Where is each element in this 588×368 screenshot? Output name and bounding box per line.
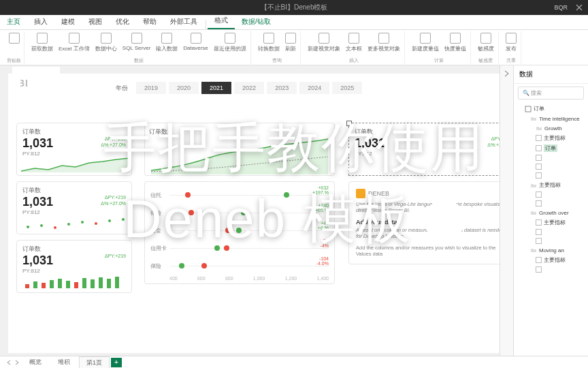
ribbon-tabs: 主页 插入 建模 视图 优化 帮助 外部工具 格式 数据/钻取: [0, 15, 588, 30]
kpi-card-1[interactable]: 订单数 1,031 PY:812 ΔPY:+219 Δ%:+27.0%: [16, 123, 132, 176]
checkbox[interactable]: [536, 135, 542, 141]
area-chart-icon: [149, 136, 330, 174]
tree-folder[interactable]: 主要指标: [517, 255, 585, 265]
tree-folder[interactable]: 主要指标: [517, 133, 585, 143]
ribbon-btn-quick[interactable]: 快度量值: [443, 31, 468, 54]
kpi-card-2[interactable]: 订单数 1,031 PY:812 ΔPY:+219 Δ%:+27.0%: [16, 181, 132, 234]
deneb-more: Add the columns and/or measures you wish…: [356, 245, 500, 257]
checkbox[interactable]: [536, 200, 542, 206]
kpi-cards-column: 订单数 1,031 PY:812 ΔPY:+219 Δ%:+27.0% 订单数 …: [16, 123, 132, 293]
ribbon-btn-transform[interactable]: 转换数据: [257, 31, 281, 54]
ribbon-btn-measure[interactable]: 新建度量值: [410, 31, 440, 54]
checkbox[interactable]: [536, 266, 542, 273]
tree-item[interactable]: [517, 265, 585, 274]
ribbon-group-sens: 敏感度 敏感度: [474, 31, 499, 64]
checkbox[interactable]: [536, 257, 542, 263]
ribbon-tab-help[interactable]: 帮助: [136, 14, 163, 29]
area-chart-visual[interactable]: 订单数: [144, 123, 335, 176]
ribbon-btn-datahub[interactable]: 数据中心: [94, 31, 118, 54]
data-search-input[interactable]: 🔍 搜索: [518, 87, 584, 99]
ribbon-btn-recent[interactable]: 最近使用的源: [212, 31, 248, 54]
deneb-brand: DENEB: [356, 189, 500, 198]
deneb-heading: Add your data: [356, 219, 500, 226]
kpi-card-3[interactable]: 订单数 1,031 PY:812 ΔPY:+219: [16, 240, 132, 293]
checkbox[interactable]: [536, 172, 542, 179]
ribbon-tab-home[interactable]: 主页: [0, 14, 27, 29]
year-2022[interactable]: 2022: [234, 82, 264, 94]
tree-item[interactable]: [517, 162, 585, 171]
year-2021[interactable]: 2021: [201, 82, 231, 94]
ribbon-tab-optimize[interactable]: 优化: [109, 14, 136, 29]
tree-folder[interactable]: Growth over: [517, 208, 585, 217]
ribbon-btn-moreviz[interactable]: 更多视觉对象: [366, 31, 402, 54]
page-tab-stacked[interactable]: 堆积: [50, 356, 78, 368]
tree-folder[interactable]: Time intelligence: [517, 114, 585, 123]
tree-item[interactable]: [517, 171, 585, 180]
paste-icon: [9, 33, 20, 44]
folder-icon: [530, 182, 537, 189]
ribbon-tab-data-drill[interactable]: 数据/钻取: [235, 14, 278, 29]
ribbon-tab-model[interactable]: 建模: [54, 14, 82, 29]
checkbox[interactable]: [536, 238, 542, 244]
tree-item[interactable]: [517, 236, 585, 245]
tree-measure[interactable]: 订单: [517, 143, 585, 153]
tree-item[interactable]: [517, 190, 585, 199]
selected-visual[interactable]: 订单数 1,031 PY:812 ΔPY:+219 Δ%:+27.0%: [348, 123, 500, 176]
year-2020[interactable]: 2020: [169, 82, 199, 94]
deneb-visual[interactable]: DENEB Use the Vega or Vega-Lite language…: [348, 181, 500, 264]
chevron-left-icon[interactable]: [5, 359, 12, 366]
dot-row: 信用卡 -34-4%: [150, 239, 329, 257]
dumbbell-chart-visual[interactable]: 信托 +632+197.% 保险 +240+65.% 基金 +45+6.% 信用…: [144, 181, 335, 284]
card-py: PY:812: [22, 151, 126, 157]
tree-folder[interactable]: 主要指标: [517, 180, 585, 190]
close-icon[interactable]: [576, 4, 583, 11]
tree-item[interactable]: [517, 199, 585, 208]
ribbon-btn-publish[interactable]: 发布: [504, 31, 518, 54]
ribbon-tab-format[interactable]: 格式: [208, 13, 235, 29]
tree-item[interactable]: [517, 153, 585, 162]
ribbon-tab-insert[interactable]: 插入: [27, 14, 54, 29]
tree-item[interactable]: [517, 228, 585, 236]
ribbon-btn-sql[interactable]: SQL Server: [121, 31, 152, 52]
sparkline-bars-icon: [21, 275, 130, 290]
ribbon-btn-newviz[interactable]: 新建视觉对象: [306, 31, 342, 54]
tree-table[interactable]: 订单: [517, 104, 585, 114]
ribbon-btn-enter[interactable]: 输入数据: [154, 31, 179, 54]
checkbox[interactable]: [536, 191, 542, 198]
ribbon-btn-paste[interactable]: [7, 31, 21, 45]
ribbon-btn-sens[interactable]: 敏感度: [476, 31, 495, 54]
tree-folder[interactable]: Moving an: [517, 245, 585, 255]
user-label[interactable]: BQR: [554, 4, 568, 11]
tree-folder[interactable]: Growth: [517, 123, 585, 133]
add-page-button[interactable]: +: [111, 358, 122, 367]
ribbon-btn-getdata[interactable]: 获取数据: [30, 31, 54, 54]
year-2019[interactable]: 2019: [136, 82, 166, 94]
ribbon-group-label-sens: 敏感度: [478, 57, 493, 64]
page-tab-page1[interactable]: 第1页: [79, 356, 110, 369]
viz-collapsed-panel[interactable]: [500, 65, 513, 356]
year-label: 年份: [116, 84, 128, 93]
ribbon-group-calc: 新建度量值 快度量值 计算: [408, 31, 471, 64]
tree-folder[interactable]: 主要指标: [517, 217, 585, 228]
ribbon-btn-textbox[interactable]: 文本框: [344, 31, 363, 54]
year-2025[interactable]: 2025: [332, 82, 362, 94]
ribbon-tab-external[interactable]: 外部工具: [163, 14, 204, 29]
ribbon-tab-view[interactable]: 视图: [82, 14, 109, 29]
chevron-right-icon[interactable]: [14, 359, 20, 366]
svg-point-5: [95, 222, 97, 225]
year-2024[interactable]: 2024: [299, 82, 329, 94]
checkbox[interactable]: [536, 164, 542, 170]
ribbon-btn-refresh[interactable]: 刷新: [284, 31, 297, 54]
table-icon: [525, 106, 532, 112]
ribbon-group-label-calc: 计算: [434, 57, 444, 64]
canvas[interactable]: BI 年份 2019 2020 2021 2022 2023 2024 2025…: [0, 65, 500, 356]
ribbon-btn-excel[interactable]: Excel 工作簿: [57, 31, 91, 54]
page-tab-overview[interactable]: 概览: [22, 356, 49, 368]
checkbox[interactable]: [536, 219, 542, 226]
checkbox[interactable]: [536, 155, 542, 161]
ribbon-btn-dataverse[interactable]: Dataverse: [182, 31, 209, 52]
card-py: PY:812: [355, 151, 500, 157]
checkbox[interactable]: [536, 145, 542, 151]
year-2023[interactable]: 2023: [267, 82, 297, 94]
checkbox[interactable]: [536, 229, 542, 235]
